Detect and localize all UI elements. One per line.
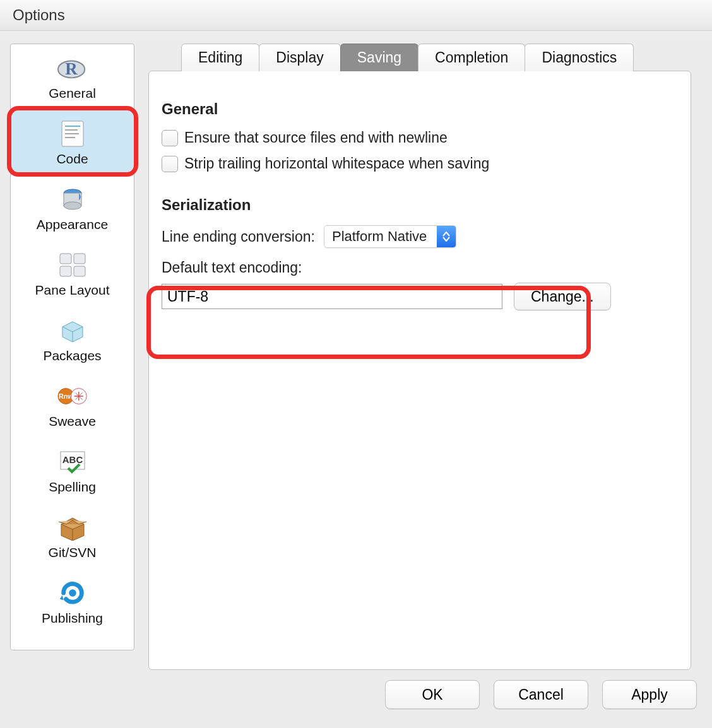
dialog-footer: OK Cancel Apply bbox=[385, 680, 697, 709]
window-titlebar: Options bbox=[0, 0, 712, 31]
sidebar-item-code[interactable]: Code bbox=[11, 110, 134, 175]
options-sidebar: R General Code bbox=[10, 44, 134, 650]
section-general-title: General bbox=[162, 100, 678, 118]
svg-rect-10 bbox=[60, 254, 71, 264]
sidebar-item-git-svn[interactable]: Git/SVN bbox=[11, 503, 134, 569]
window-title: Options bbox=[13, 6, 65, 24]
tab-display[interactable]: Display bbox=[259, 44, 340, 71]
publish-sync-icon bbox=[57, 578, 88, 608]
section-serialization-title: Serialization bbox=[162, 196, 678, 214]
sidebar-item-spelling[interactable]: ABC Spelling bbox=[11, 438, 134, 503]
panes-grid-icon bbox=[57, 250, 88, 280]
sidebar-item-publishing[interactable]: Publishing bbox=[11, 569, 134, 635]
r-logo-icon: R bbox=[57, 53, 88, 83]
svg-text:R: R bbox=[65, 59, 78, 78]
tab-completion[interactable]: Completion bbox=[418, 44, 525, 71]
sidebar-item-label: Pane Layout bbox=[35, 283, 110, 298]
sidebar-item-appearance[interactable]: Appearance bbox=[11, 175, 134, 241]
cancel-button[interactable]: Cancel bbox=[494, 680, 588, 709]
tab-editing[interactable]: Editing bbox=[181, 44, 259, 71]
code-page-icon bbox=[57, 119, 88, 149]
tab-diagnostics[interactable]: Diagnostics bbox=[525, 44, 634, 71]
sidebar-item-label: Sweave bbox=[49, 414, 96, 429]
svg-rect-13 bbox=[74, 266, 85, 276]
ok-button[interactable]: OK bbox=[385, 680, 480, 709]
cardboard-box-icon bbox=[57, 512, 88, 543]
sidebar-item-label: Publishing bbox=[42, 611, 103, 626]
checkbox-ensure-newline-label: Ensure that source files end with newlin… bbox=[184, 129, 448, 146]
package-cube-icon bbox=[57, 315, 88, 346]
sidebar-item-general[interactable]: R General bbox=[11, 44, 134, 110]
sidebar-item-label: Spelling bbox=[49, 479, 96, 495]
checkbox-ensure-newline[interactable] bbox=[162, 130, 178, 146]
sidebar-item-label: General bbox=[49, 86, 96, 101]
tabbar: Editing Display Saving Completion Diagno… bbox=[181, 44, 702, 71]
tab-saving[interactable]: Saving bbox=[340, 44, 418, 71]
svg-text:ABC: ABC bbox=[62, 454, 83, 465]
line-ending-value: Platform Native bbox=[324, 228, 437, 245]
svg-point-9 bbox=[64, 202, 81, 209]
checkbox-strip-whitespace[interactable] bbox=[162, 156, 178, 172]
sidebar-item-label: Code bbox=[56, 151, 88, 167]
change-encoding-button[interactable]: Change... bbox=[514, 283, 611, 310]
sidebar-item-sweave[interactable]: Rnw Sweave bbox=[11, 372, 134, 438]
paint-bucket-icon bbox=[57, 184, 88, 214]
sidebar-item-label: Appearance bbox=[37, 217, 108, 232]
saving-panel: General Ensure that source files end wit… bbox=[148, 71, 691, 670]
select-arrows-icon bbox=[437, 226, 456, 247]
spellcheck-icon: ABC bbox=[57, 447, 88, 477]
svg-rect-12 bbox=[60, 266, 71, 276]
svg-point-19 bbox=[69, 589, 76, 597]
line-ending-label: Line ending conversion: bbox=[162, 228, 315, 245]
default-encoding-label: Default text encoding: bbox=[162, 259, 678, 276]
apply-button[interactable]: Apply bbox=[602, 680, 697, 709]
checkbox-strip-whitespace-label: Strip trailing horizontal whitespace whe… bbox=[184, 155, 489, 172]
sidebar-item-label: Packages bbox=[43, 348, 101, 363]
default-encoding-input[interactable] bbox=[162, 284, 502, 309]
sidebar-item-label: Git/SVN bbox=[49, 545, 97, 560]
sidebar-item-packages[interactable]: Packages bbox=[11, 307, 134, 372]
sweave-icon: Rnw bbox=[57, 381, 88, 411]
sidebar-item-pane-layout[interactable]: Pane Layout bbox=[11, 241, 134, 307]
svg-rect-11 bbox=[74, 254, 85, 264]
line-ending-select[interactable]: Platform Native bbox=[324, 225, 456, 248]
